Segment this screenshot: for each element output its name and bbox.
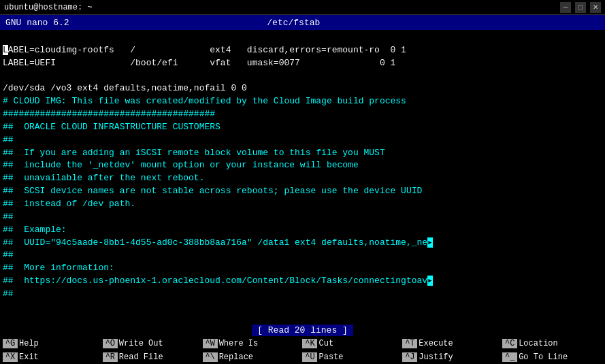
shortcut-key-r: ^R (103, 352, 118, 362)
shortcut-key-o: ^O (103, 339, 118, 348)
status-text: [ Read 20 lines ] (252, 325, 353, 336)
shortcut-label-cut: Cut (318, 339, 333, 348)
editor-line: /dev/sda /vo3 ext4 defaults,noatime,nofa… (3, 83, 247, 93)
shortcut-label-where-is: Where Is (219, 339, 259, 348)
close-button[interactable]: ✕ (590, 2, 601, 13)
editor-line: ## https://docs.us-phoenix-1.oraclecloud… (3, 276, 433, 286)
shortcut-bar-1: ^G Help ^O Write Out ^W Where Is ^K Cut … (0, 337, 605, 350)
shortcut-key-g: ^G (3, 339, 18, 348)
shortcut-write-out[interactable]: ^O Write Out (103, 337, 203, 350)
shortcut-justify[interactable]: ^J Justify (402, 350, 502, 364)
shortcut-label-read-file: Read File (119, 352, 163, 362)
shortcut-paste[interactable]: ^U Paste (302, 350, 402, 364)
shortcut-label-replace: Replace (219, 352, 253, 362)
shortcut-go-to-line[interactable]: ^_ Go To Line (502, 350, 602, 364)
shortcut-key-j: ^J (402, 352, 417, 362)
nano-header: GNU nano 6.2 /etc/fstab (0, 15, 605, 30)
editor-area[interactable]: LABEL=cloudimg-rootfs / ext4 discard,err… (0, 30, 605, 323)
title-bar: ubuntu@hostname: ~ ─ □ ✕ (0, 0, 605, 15)
editor-line: ## (3, 250, 14, 260)
shortcut-key-backslash: ^\ (203, 352, 218, 362)
shortcut-read-file[interactable]: ^R Read File (103, 350, 203, 364)
shortcut-location[interactable]: ^C Location (502, 337, 602, 350)
shortcut-key-x: ^X (3, 352, 18, 362)
editor-line: ## (3, 288, 14, 299)
shortcut-exit[interactable]: ^X Exit (3, 350, 103, 364)
shortcut-key-underscore: ^_ (502, 352, 517, 362)
shortcut-label-exit: Exit (19, 352, 39, 362)
maximize-button[interactable]: □ (575, 2, 586, 13)
shortcut-key-c: ^C (502, 339, 517, 348)
nano-version: GNU nano 6.2 (5, 18, 69, 28)
nano-filename: /etc/fstab (267, 18, 320, 28)
editor-line: ######################################## (3, 109, 215, 119)
shortcut-key-w: ^W (203, 339, 218, 348)
editor-line: ## ORACLE CLOUD INFRASTRUCTURE CUSTOMERS (3, 122, 220, 132)
editor-line: ## More information: (3, 263, 114, 273)
editor-line: ## include the '_netdev' mount option or… (3, 160, 359, 170)
shortcut-label-write-out: Write Out (119, 339, 163, 348)
shortcut-label-go-to-line: Go To Line (519, 352, 568, 362)
editor-line: ## If you are adding an iSCSI remote blo… (3, 148, 385, 158)
editor-line: ## (3, 135, 14, 145)
shortcut-label-help: Help (19, 339, 39, 348)
cursor: L (3, 45, 8, 55)
editor-line: ## SCSI device names are not stable acro… (3, 186, 422, 196)
editor-line (3, 71, 8, 81)
shortcut-cut[interactable]: ^K Cut (302, 337, 402, 350)
shortcut-label-execute: Execute (419, 339, 453, 348)
editor-line: ## unavailable after the next reboot. (3, 173, 204, 183)
shortcut-key-u: ^U (302, 352, 317, 362)
status-bar: [ Read 20 lines ] (0, 323, 605, 337)
shortcut-where-is[interactable]: ^W Where Is (203, 337, 303, 350)
terminal-window: ubuntu@hostname: ~ ─ □ ✕ GNU nano 6.2 /e… (0, 0, 605, 364)
minimize-button[interactable]: ─ (560, 2, 571, 13)
editor-line: ## Example: (3, 225, 67, 235)
editor-line: LABEL=UEFI /boot/efi vfat umask=0077 0 1 (3, 58, 395, 68)
title-bar-left: ubuntu@hostname: ~ (4, 3, 93, 12)
editor-line: ## instead of /dev path. (3, 199, 135, 209)
editor-line: # CLOUD IMG: This file was created/modif… (3, 96, 406, 106)
shortcut-label-location: Location (519, 339, 558, 348)
shortcut-key-t: ^T (402, 339, 417, 348)
shortcut-bar-2: ^X Exit ^R Read File ^\ Replace ^U Paste… (0, 350, 605, 364)
shortcut-execute[interactable]: ^T Execute (402, 337, 502, 350)
shortcut-help[interactable]: ^G Help (3, 337, 103, 350)
editor-line: ## (3, 212, 14, 222)
window-title: ubuntu@hostname: ~ (4, 3, 93, 12)
window-controls[interactable]: ─ □ ✕ (560, 2, 601, 13)
shortcut-replace[interactable]: ^\ Replace (203, 350, 303, 364)
editor-line: ## UUID="94c5aade-8bb1-4d55-ad0c-388bb8a… (3, 237, 433, 248)
shortcut-label-justify: Justify (419, 352, 453, 362)
editor-content: LABEL=cloudimg-rootfs / ext4 discard,err… (3, 31, 602, 314)
shortcut-key-k: ^K (302, 339, 317, 348)
shortcut-label-paste: Paste (318, 352, 343, 362)
editor-line: LABEL=cloudimg-rootfs / ext4 discard,err… (3, 45, 406, 55)
